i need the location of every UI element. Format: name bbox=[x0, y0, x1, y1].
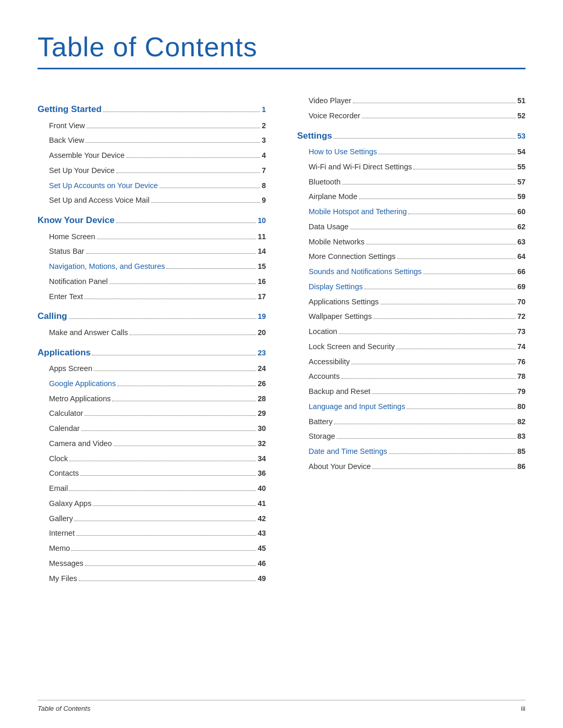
toc-sub-entry: Set Up and Access Voice Mail9 bbox=[38, 195, 266, 206]
toc-dots bbox=[76, 535, 256, 536]
toc-label: Wi-Fi and Wi-Fi Direct Settings bbox=[309, 162, 412, 173]
toc-label: Messages bbox=[49, 558, 83, 570]
toc-sub-entry: Email40 bbox=[38, 483, 266, 495]
title-divider bbox=[38, 68, 525, 69]
toc-label: Mobile Networks bbox=[309, 237, 364, 248]
toc-dots bbox=[92, 355, 256, 355]
toc-dots bbox=[339, 334, 516, 334]
toc-dots bbox=[116, 172, 260, 173]
toc-dots bbox=[79, 581, 256, 581]
toc-dots bbox=[341, 378, 516, 379]
toc-page-number: 8 bbox=[262, 180, 266, 191]
toc-page-number: 1 bbox=[262, 104, 266, 115]
toc-section-entry: Calling19 bbox=[38, 310, 266, 323]
toc-label: Getting Started bbox=[38, 103, 102, 116]
toc-dots bbox=[81, 430, 256, 431]
toc-sub-entry: Gallery42 bbox=[38, 513, 266, 525]
toc-page-number: 20 bbox=[258, 327, 266, 338]
toc-sub-entry: Set Up Your Device7 bbox=[38, 165, 266, 177]
toc-sub-entry: Memo45 bbox=[38, 543, 266, 554]
toc-label: Lock Screen and Security bbox=[309, 341, 395, 353]
toc-dots bbox=[151, 202, 261, 203]
toc-page-number: 40 bbox=[258, 483, 266, 494]
toc-page-number: 53 bbox=[517, 131, 525, 142]
toc-dots bbox=[71, 550, 256, 551]
toc-section-entry: Applications23 bbox=[38, 346, 266, 360]
toc-dots bbox=[112, 401, 256, 401]
toc-label: Calendar bbox=[49, 423, 80, 435]
toc-label: Metro Applications bbox=[49, 393, 111, 405]
toc-page-number: 45 bbox=[258, 543, 266, 554]
toc-label: Applications bbox=[38, 346, 91, 360]
toc-page-number: 60 bbox=[517, 206, 525, 217]
toc-sub-entry: Voice Recorder52 bbox=[297, 110, 525, 122]
toc-sub-entry: My Files49 bbox=[38, 573, 266, 585]
toc-dots bbox=[116, 223, 256, 223]
toc-sub-entry: Bluetooth57 bbox=[297, 177, 525, 188]
toc-page-number: 15 bbox=[258, 261, 266, 272]
footer-page: iii bbox=[521, 705, 525, 712]
toc-page-number: 29 bbox=[258, 408, 266, 419]
toc-dots bbox=[69, 318, 256, 319]
toc-label: Airplane Mode bbox=[309, 191, 358, 203]
toc-page-number: 78 bbox=[517, 371, 525, 382]
toc-dots bbox=[80, 475, 256, 476]
toc-page-number: 10 bbox=[258, 215, 266, 226]
toc-page-number: 52 bbox=[517, 110, 525, 121]
toc-label: Bluetooth bbox=[309, 177, 340, 188]
toc-sub-entry: Metro Applications28 bbox=[38, 393, 266, 405]
toc-page-number: 28 bbox=[258, 393, 266, 404]
toc-dots bbox=[373, 318, 516, 319]
toc-sub-entry: Mobile Hotspot and Tethering60 bbox=[297, 206, 525, 218]
toc-sub-entry: Battery82 bbox=[297, 416, 525, 428]
toc-page-number: 63 bbox=[517, 237, 525, 248]
toc-label: Navigation, Motions, and Gestures bbox=[49, 261, 165, 273]
toc-sub-entry: Video Player51 bbox=[297, 95, 525, 107]
toc-dots bbox=[359, 199, 516, 199]
toc-label: Clock bbox=[49, 453, 68, 465]
toc-label: Calculator bbox=[49, 408, 83, 419]
toc-section-entry: Settings53 bbox=[297, 129, 525, 143]
toc-label: Video Player bbox=[309, 95, 351, 107]
toc-sub-entry: Notification Panel16 bbox=[38, 276, 266, 288]
toc-label: Front View bbox=[49, 120, 85, 132]
toc-label: Memo bbox=[49, 543, 70, 554]
toc-page-number: 86 bbox=[517, 461, 525, 472]
toc-section-entry: Know Your Device10 bbox=[38, 214, 266, 227]
toc-dots bbox=[166, 268, 256, 269]
toc-page-number: 23 bbox=[258, 348, 266, 359]
toc-dots bbox=[407, 409, 516, 409]
toc-dots bbox=[397, 258, 516, 259]
toc-sub-entry: About Your Device86 bbox=[297, 461, 525, 473]
toc-sub-entry: Language and Input Settings80 bbox=[297, 401, 525, 413]
toc-label: Gallery bbox=[49, 513, 73, 525]
toc-dots bbox=[84, 299, 256, 299]
toc-page-number: 11 bbox=[258, 231, 266, 242]
toc-dots bbox=[350, 229, 516, 229]
toc-dots bbox=[85, 565, 256, 566]
toc-sub-entry: Airplane Mode59 bbox=[297, 191, 525, 203]
toc-page-number: 19 bbox=[258, 311, 266, 322]
toc-page-number: 76 bbox=[517, 356, 525, 367]
toc-dots bbox=[114, 446, 256, 446]
toc-label: Know Your Device bbox=[38, 214, 115, 227]
toc-dots bbox=[97, 239, 256, 239]
toc-label: How to Use Settings bbox=[309, 146, 377, 158]
toc-label: Calling bbox=[38, 310, 67, 323]
toc-sub-entry: Date and Time Settings85 bbox=[297, 446, 525, 458]
toc-sub-entry: Front View2 bbox=[38, 120, 266, 132]
toc-label: Contacts bbox=[49, 468, 79, 479]
toc-page-number: 41 bbox=[258, 498, 266, 509]
toc-label: Data Usage bbox=[309, 221, 349, 233]
toc-sub-entry: Clock34 bbox=[38, 453, 266, 465]
toc-dots bbox=[93, 505, 256, 506]
toc-sub-entry: Wallpaper Settings72 bbox=[297, 311, 525, 323]
toc-label: More Connection Settings bbox=[309, 251, 396, 263]
toc-page-number: 66 bbox=[517, 266, 525, 277]
footer: Table of Contents iii bbox=[38, 700, 525, 712]
toc-label: Voice Recorder bbox=[309, 110, 360, 122]
toc-page-number: 3 bbox=[262, 135, 266, 146]
toc-sub-entry: Location73 bbox=[297, 326, 525, 338]
toc-page-number: 30 bbox=[258, 423, 266, 434]
toc-page-number: 16 bbox=[258, 276, 266, 287]
